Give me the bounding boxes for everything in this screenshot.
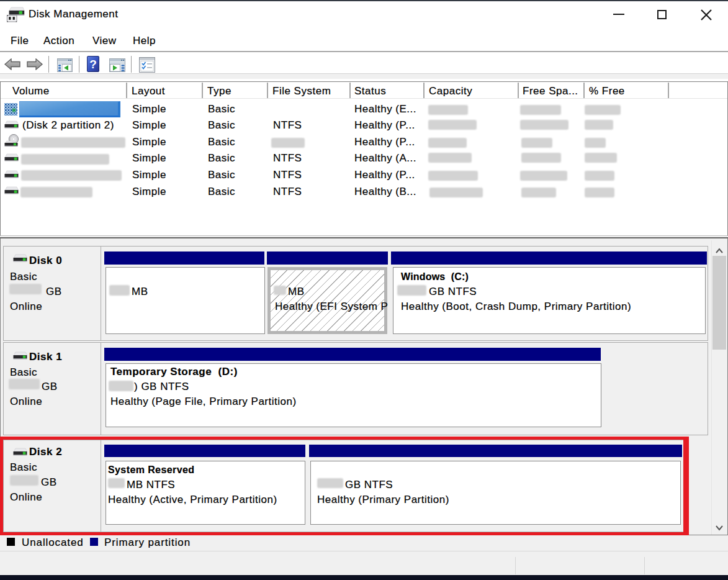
svg-text:?: ? bbox=[89, 58, 97, 71]
